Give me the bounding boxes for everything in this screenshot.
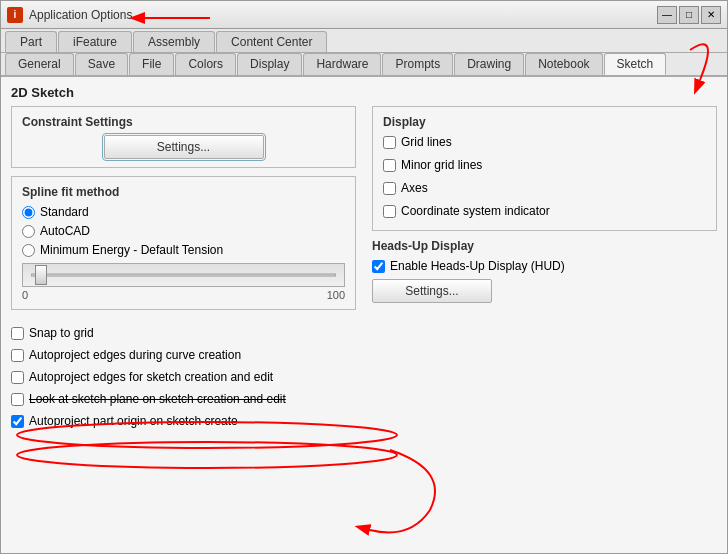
window-title: Application Options	[29, 8, 657, 22]
tab-sketch[interactable]: Sketch	[604, 53, 667, 75]
radio-standard-label: Standard	[40, 205, 89, 219]
check-autoproject-origin-label: Autoproject part origin on sketch create	[29, 414, 238, 428]
slider-max-label: 100	[327, 289, 345, 301]
display-group: Display Grid lines Minor grid lines A	[372, 106, 717, 231]
tab-display[interactable]: Display	[237, 53, 302, 75]
tab-notebook[interactable]: Notebook	[525, 53, 602, 75]
check-look-at-sketch-label: Look at sketch plane on sketch creation …	[29, 392, 286, 406]
check-axes-label: Axes	[401, 181, 428, 195]
spline-fit-group: Spline fit method Standard AutoCAD Mi	[11, 176, 356, 310]
check-minor-gridlines-label: Minor grid lines	[401, 158, 482, 172]
slider-thumb[interactable]	[35, 265, 47, 285]
maximize-button[interactable]: □	[679, 6, 699, 24]
radio-autocad[interactable]: AutoCAD	[22, 224, 345, 238]
window-controls: — □ ✕	[657, 6, 721, 24]
tab-ifeature[interactable]: iFeature	[58, 31, 132, 52]
check-look-at-sketch[interactable]: Look at sketch plane on sketch creation …	[11, 392, 717, 406]
check-axes[interactable]: Axes	[383, 181, 706, 195]
tab-general[interactable]: General	[5, 53, 74, 75]
slider-labels: 0 100	[22, 289, 345, 301]
check-coord-system-label: Coordinate system indicator	[401, 204, 550, 218]
check-coord-system-input[interactable]	[383, 205, 396, 218]
tab-part[interactable]: Part	[5, 31, 57, 52]
check-coord-system[interactable]: Coordinate system indicator	[383, 204, 706, 218]
check-hud-enable-input[interactable]	[372, 260, 385, 273]
radio-minimum-energy[interactable]: Minimum Energy - Default Tension	[22, 243, 345, 257]
radio-autocad-input[interactable]	[22, 225, 35, 238]
tab-file[interactable]: File	[129, 53, 174, 75]
check-minor-gridlines-input[interactable]	[383, 159, 396, 172]
tab-content-center[interactable]: Content Center	[216, 31, 327, 52]
check-look-at-sketch-input[interactable]	[11, 393, 24, 406]
main-tab-row: Part iFeature Assembly Content Center	[1, 29, 727, 53]
check-gridlines-label: Grid lines	[401, 135, 452, 149]
check-minor-gridlines[interactable]: Minor grid lines	[383, 158, 706, 172]
tab-drawing[interactable]: Drawing	[454, 53, 524, 75]
display-label: Display	[383, 115, 706, 129]
section-title: 2D Sketch	[11, 85, 717, 100]
hud-label: Heads-Up Display	[372, 239, 717, 253]
hud-section: Heads-Up Display Enable Heads-Up Display…	[372, 239, 717, 303]
tab-save[interactable]: Save	[75, 53, 128, 75]
radio-autocad-label: AutoCAD	[40, 224, 90, 238]
radio-minimum-energy-label: Minimum Energy - Default Tension	[40, 243, 223, 257]
minimize-button[interactable]: —	[657, 6, 677, 24]
constraint-settings-button[interactable]: Settings...	[104, 135, 264, 159]
app-icon: i	[7, 7, 23, 23]
close-button[interactable]: ✕	[701, 6, 721, 24]
check-gridlines-input[interactable]	[383, 136, 396, 149]
right-column: Display Grid lines Minor grid lines A	[372, 106, 717, 318]
check-autoproject-origin-input[interactable]	[11, 415, 24, 428]
title-bar: i Application Options — □ ✕	[1, 1, 727, 29]
check-snap-to-grid-label: Snap to grid	[29, 326, 94, 340]
slider-min-label: 0	[22, 289, 28, 301]
left-column: Constraint Settings Settings... Spline f…	[11, 106, 356, 318]
slider-section: 0 100	[22, 263, 345, 301]
tab-colors[interactable]: Colors	[175, 53, 236, 75]
spline-fit-options: Standard AutoCAD Minimum Energy - Defaul…	[22, 205, 345, 257]
check-autoproject-origin[interactable]: Autoproject part origin on sketch create	[11, 414, 717, 428]
check-hud-enable[interactable]: Enable Heads-Up Display (HUD)	[372, 259, 717, 273]
check-hud-enable-label: Enable Heads-Up Display (HUD)	[390, 259, 565, 273]
tab-assembly[interactable]: Assembly	[133, 31, 215, 52]
check-autoproject-sketch-label: Autoproject edges for sketch creation an…	[29, 370, 273, 384]
check-autoproject-curve-label: Autoproject edges during curve creation	[29, 348, 241, 362]
radio-minimum-energy-input[interactable]	[22, 244, 35, 257]
constraint-settings-label: Constraint Settings	[22, 115, 345, 129]
check-snap-to-grid-input[interactable]	[11, 327, 24, 340]
application-options-window: i Application Options — □ ✕ Part iFeatur…	[0, 0, 728, 554]
check-autoproject-sketch-input[interactable]	[11, 371, 24, 384]
spline-fit-label: Spline fit method	[22, 185, 345, 199]
radio-standard[interactable]: Standard	[22, 205, 345, 219]
tab-prompts[interactable]: Prompts	[382, 53, 453, 75]
slider-track-area[interactable]	[22, 263, 345, 287]
check-autoproject-curve-input[interactable]	[11, 349, 24, 362]
check-snap-to-grid[interactable]: Snap to grid	[11, 326, 717, 340]
radio-standard-input[interactable]	[22, 206, 35, 219]
check-gridlines[interactable]: Grid lines	[383, 135, 706, 149]
bottom-checks: Snap to grid Autoproject edges during cu…	[11, 326, 717, 432]
check-axes-input[interactable]	[383, 182, 396, 195]
hud-settings-button[interactable]: Settings...	[372, 279, 492, 303]
check-autoproject-sketch[interactable]: Autoproject edges for sketch creation an…	[11, 370, 717, 384]
constraint-settings-group: Constraint Settings Settings...	[11, 106, 356, 168]
tab-hardware[interactable]: Hardware	[303, 53, 381, 75]
slider-track	[31, 274, 336, 277]
sub-tab-row: General Save File Colors Display Hardwar…	[1, 53, 727, 77]
display-checks: Grid lines Minor grid lines Axes Co	[383, 135, 706, 222]
check-autoproject-curve[interactable]: Autoproject edges during curve creation	[11, 348, 717, 362]
content-area: 2D Sketch Constraint Settings Settings..…	[1, 77, 727, 553]
